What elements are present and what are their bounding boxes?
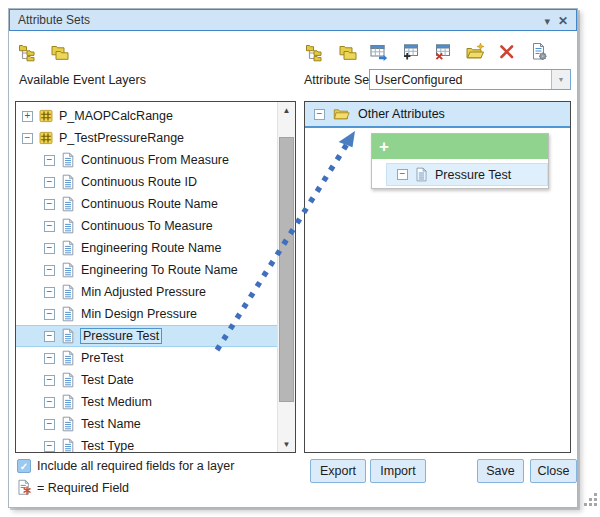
group-row-other-attributes[interactable]: − Other Attributes <box>305 102 570 128</box>
tree-item-label: Continuous To Measure <box>81 219 213 233</box>
tree-item[interactable]: −Pressure Test <box>16 325 277 347</box>
folders-icon[interactable] <box>336 42 357 63</box>
tree-item-label: Test Medium <box>81 395 152 409</box>
expander-toggle[interactable]: − <box>44 221 55 232</box>
save-button[interactable]: Save <box>477 459 524 483</box>
folder-tree-icon[interactable] <box>304 42 325 63</box>
export-button[interactable]: Export <box>310 459 366 483</box>
attribute-set-value: UserConfigured <box>370 73 551 87</box>
folders-icon[interactable] <box>48 42 69 63</box>
expander-toggle[interactable]: − <box>44 155 55 166</box>
import-button[interactable]: Import <box>370 459 426 483</box>
tree-item[interactable]: −Engineering Route Name <box>16 237 277 259</box>
scroll-down-icon: ▼ <box>283 440 291 449</box>
tree-item[interactable]: −P_TestPressureRange <box>16 127 277 149</box>
tree-item-label: Test Name <box>81 417 141 431</box>
tree-item-label: Pressure Test <box>81 329 161 343</box>
expander-toggle[interactable]: − <box>44 397 55 408</box>
event-layer-icon <box>38 130 54 146</box>
tree-item[interactable]: −Test Date <box>16 369 277 391</box>
field-icon <box>60 152 76 168</box>
tree-item-label: Continuous From Measure <box>81 153 229 167</box>
scroll-up-button[interactable]: ▲ <box>278 102 295 118</box>
tree-item[interactable]: +P_MAOPCalcRange <box>16 105 277 127</box>
field-icon <box>60 416 76 432</box>
expander-toggle[interactable]: − <box>44 331 55 342</box>
tree-item[interactable]: −Min Design Pressure <box>16 303 277 325</box>
close-icon[interactable]: ✕ <box>558 11 568 31</box>
expander-toggle[interactable]: − <box>44 441 55 452</box>
field-icon <box>60 394 76 410</box>
attribute-set-combobox[interactable]: UserConfigured ▼ <box>369 69 571 90</box>
tree-item[interactable]: −Test Medium <box>16 391 277 413</box>
plus-icon: + <box>379 135 389 158</box>
expander-toggle[interactable]: − <box>44 375 55 386</box>
tree-item[interactable]: −Continuous Route Name <box>16 193 277 215</box>
drag-preview: + − Pressure Test <box>371 133 549 189</box>
field-icon <box>60 438 76 452</box>
expander-toggle[interactable]: − <box>44 309 55 320</box>
field-icon <box>60 284 76 300</box>
attribute-sets-dialog: Attribute Sets ▾ ✕ Available Event Layer… <box>8 8 578 508</box>
titlebar-menu-caret-icon[interactable]: ▾ <box>544 11 550 31</box>
tree-item-label: Engineering Route Name <box>81 241 221 255</box>
expander-toggle[interactable]: − <box>22 133 33 144</box>
tree-item[interactable]: −Test Name <box>16 413 277 435</box>
tree-item-label: Min Adjusted Pressure <box>81 285 206 299</box>
close-button[interactable]: Close <box>530 459 577 483</box>
toolbar-right <box>304 40 549 64</box>
tree-item[interactable]: −Min Adjusted Pressure <box>16 281 277 303</box>
tree-item[interactable]: −Continuous Route ID <box>16 171 277 193</box>
table-plus-icon[interactable] <box>400 42 421 63</box>
scroll-down-button[interactable]: ▼ <box>278 436 295 452</box>
dialog-titlebar[interactable]: Attribute Sets ▾ ✕ <box>9 9 577 31</box>
include-required-checkbox[interactable]: ✓ <box>17 459 31 473</box>
tree-item-label: P_MAOPCalcRange <box>59 109 173 123</box>
event-layer-icon <box>38 108 54 124</box>
tree-item-label: Min Design Pressure <box>81 307 197 321</box>
field-icon <box>414 167 429 182</box>
field-icon <box>60 372 76 388</box>
tree-item[interactable]: −PreTest <box>16 347 277 369</box>
expander-toggle[interactable]: − <box>44 243 55 254</box>
available-layers-panel: +P_MAOPCalcRange−P_TestPressureRange−Con… <box>15 101 296 453</box>
tree-item[interactable]: −Continuous From Measure <box>16 149 277 171</box>
tree-item[interactable]: −Engineering To Route Name <box>16 259 277 281</box>
tree-item-label: Test Date <box>81 373 134 387</box>
table-x-icon[interactable] <box>432 42 453 63</box>
folder-tree-icon[interactable] <box>17 42 38 63</box>
tree-item-label: Continuous Route Name <box>81 197 218 211</box>
page-gear-icon[interactable] <box>528 42 549 63</box>
available-layers-heading: Available Event Layers <box>19 73 146 87</box>
drop-indicator: + <box>372 134 548 159</box>
field-icon <box>60 262 76 278</box>
expander-toggle[interactable]: − <box>44 287 55 298</box>
chevron-down-icon: ▼ <box>558 76 565 83</box>
expander-toggle[interactable]: − <box>44 353 55 364</box>
field-icon <box>60 240 76 256</box>
expander-toggle[interactable]: − <box>314 109 325 120</box>
tree-item-label: Test Type <box>81 439 134 452</box>
field-icon <box>60 196 76 212</box>
expander-toggle[interactable]: − <box>44 265 55 276</box>
tree-item-label: Engineering To Route Name <box>81 263 238 277</box>
red-x-icon[interactable] <box>496 42 517 63</box>
combo-dropdown-button[interactable]: ▼ <box>551 70 570 89</box>
field-icon <box>60 174 76 190</box>
scrollbar[interactable]: ▲ ▼ <box>277 102 295 452</box>
resize-grip[interactable] <box>584 493 598 507</box>
drag-item-label: Pressure Test <box>435 168 511 182</box>
field-icon <box>60 328 76 344</box>
folder-star-icon[interactable] <box>464 42 485 63</box>
tree-item[interactable]: −Continuous To Measure <box>16 215 277 237</box>
required-field-legend: = Required Field <box>37 481 129 495</box>
expander-toggle[interactable]: − <box>44 199 55 210</box>
required-field-icon <box>16 478 33 497</box>
tree-item[interactable]: −Test Type <box>16 435 277 452</box>
toolbar-left <box>17 40 69 64</box>
table-arrow-icon[interactable] <box>368 42 389 63</box>
expander-toggle[interactable]: − <box>44 177 55 188</box>
scrollbar-thumb[interactable] <box>279 137 294 402</box>
expander-toggle[interactable]: + <box>22 111 33 122</box>
expander-toggle[interactable]: − <box>44 419 55 430</box>
